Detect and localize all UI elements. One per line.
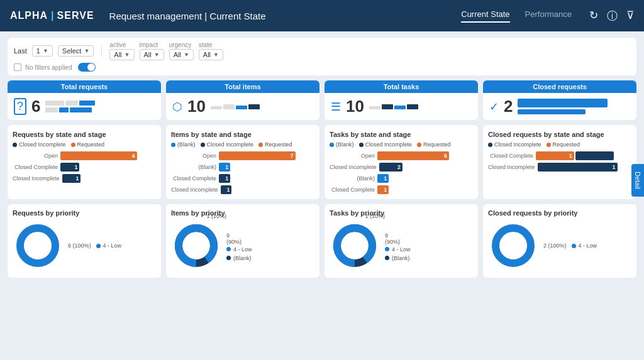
- filter-icon[interactable]: ⊽: [626, 9, 634, 23]
- kpi-total-items-body: ⬡ 10: [166, 93, 319, 120]
- requests-icon: ?: [14, 98, 26, 115]
- bar-open: Open 4: [13, 151, 156, 160]
- donut-tasks-svg: [330, 221, 380, 271]
- period-label: Last: [14, 47, 27, 55]
- svg-point-9: [502, 234, 525, 257]
- chart-requests-state-title: Requests by state and stage: [13, 130, 156, 139]
- chart-requests-state: Requests by state and stage Closed Incom…: [8, 125, 161, 199]
- donut-items-wrapper: 1 (10%): [171, 221, 221, 273]
- tasks-icon: ☰: [331, 100, 341, 114]
- filter-toggle[interactable]: [78, 63, 96, 72]
- logo-pipe: |: [51, 10, 53, 21]
- donut-closed-svg: [488, 221, 538, 271]
- bar-closed-complete-seg: 1: [60, 163, 79, 172]
- donut-tasks-legend-area: 9(90%) 4 - Low (Blank): [385, 232, 411, 261]
- chart-items-state: Items by state and stage (Blank) Closed …: [166, 125, 319, 199]
- donut-items-small-label: 1 (10%): [206, 213, 226, 219]
- chart-tasks-state-title: Tasks by state and stage: [330, 130, 473, 139]
- chart-items-state-title: Items by state and stage: [171, 130, 314, 139]
- donut-tasks-wrapper: 1 (10%): [330, 221, 380, 273]
- main-content: Last 1 ▼ Select ▼ active All▼ impact All…: [0, 31, 644, 284]
- kpi-total-items-value: 10: [187, 97, 206, 116]
- filter-second-row: No filters applied: [14, 63, 630, 72]
- donut-tasks-legend: 4 - Low (Blank): [385, 246, 411, 261]
- header: ALPHA | SERVE Request management | Curre…: [0, 0, 644, 31]
- bar-closed-complete: Closed Complete 1: [13, 163, 156, 172]
- donut-items-outer-label: 9(90%): [226, 232, 252, 245]
- kpi-total-requests: Total requests ? 6: [8, 80, 161, 120]
- legend-requested: Requested: [71, 141, 105, 148]
- bar-charts-row: Requests by state and stage Closed Incom…: [8, 125, 636, 199]
- priority-tasks: Tasks by priority 1 (10%) 9(90%) 4 - Low…: [325, 204, 478, 278]
- kpi-total-tasks: Total tasks ☰ 10: [325, 80, 478, 120]
- impact-dropdown[interactable]: All▼: [140, 49, 164, 60]
- bar-chart-closed-requests: Closed Complete 1 Closed Incomplete 1: [488, 151, 631, 172]
- period-type-select[interactable]: Select ▼: [58, 45, 94, 57]
- period-select[interactable]: 1 ▼: [32, 45, 53, 57]
- logo-serve: SERVE: [57, 10, 94, 21]
- donut-requests-container: 6 (100%) 4 - Low: [13, 221, 156, 271]
- filter-top-row: Last 1 ▼ Select ▼ active All▼ impact All…: [14, 41, 630, 60]
- logo: ALPHA | SERVE: [10, 10, 94, 21]
- priority-row: Requests by priority 6 (100%) 4 - Low It…: [8, 204, 636, 278]
- kpi-total-requests-value: 6: [31, 97, 40, 116]
- legend-closed-incomplete: Closed Incomplete: [13, 141, 66, 148]
- kpi-row: Total requests ? 6: [8, 80, 636, 120]
- refresh-icon[interactable]: ↻: [589, 9, 598, 23]
- priority-requests: Requests by priority 6 (100%) 4 - Low: [8, 204, 161, 278]
- detail-tab[interactable]: Detail: [631, 163, 644, 196]
- donut-tasks-container: 1 (10%) 9(90%) 4 - Low (Blank): [330, 221, 473, 273]
- bar-closed-incomplete-seg: 1: [62, 174, 81, 183]
- svg-point-7: [343, 234, 366, 257]
- priority-items-title: Items by priority: [171, 209, 314, 217]
- nav-current-state[interactable]: Current State: [461, 9, 509, 23]
- donut-closed-container: 2 (100%) 4 - Low: [488, 221, 631, 271]
- donut-tasks-outer-label: 9(90%): [385, 232, 411, 245]
- chart-requests-state-legend: Closed Incomplete Requested: [13, 141, 156, 148]
- bar-closed-incomplete: Closed Incomplete 1: [13, 174, 156, 183]
- no-filters-checkbox[interactable]: [14, 63, 21, 71]
- kpi-total-tasks-value: 10: [346, 97, 364, 116]
- kpi-total-items: Total items ⬡ 10: [166, 80, 319, 120]
- donut-requests-legend: 4 - Low: [96, 243, 122, 249]
- donut-items-legend-area: 9(90%) 4 - Low (Blank): [226, 232, 252, 261]
- donut-closed-outer-label: 2 (100%): [543, 243, 567, 249]
- chart-closed-requests-state-legend: Closed Incomplete Requested: [488, 141, 631, 148]
- bar-open-seg: 4: [60, 151, 137, 160]
- header-title: Request management | Current State: [109, 11, 266, 21]
- closed-icon: ✓: [489, 100, 499, 114]
- active-dropdown[interactable]: All▼: [109, 49, 134, 60]
- chart-closed-requests-state-title: Closed requests by state and stage: [488, 130, 631, 139]
- donut-items-svg: [171, 221, 221, 271]
- kpi-closed-requests: Closed requests ✓ 2: [483, 80, 636, 120]
- info-icon[interactable]: ⓘ: [607, 9, 618, 23]
- bar-chart-requests: Open 4 Closed Complete 1 Closed Incomple…: [13, 151, 156, 183]
- kpi-closed-requests-label: Closed requests: [483, 80, 636, 93]
- chart-closed-requests-state: Closed requests by state and stage Close…: [483, 125, 636, 199]
- priority-closed-requests-title: Closed requests by priority: [488, 209, 631, 217]
- logo-alpha: ALPHA: [10, 10, 48, 21]
- chart-tasks-state: Tasks by state and stage (Blank) Closed …: [325, 125, 478, 199]
- kpi-total-tasks-body: ☰ 10: [325, 93, 478, 120]
- donut-closed-legend: 4 - Low: [572, 243, 597, 249]
- urgency-dropdown[interactable]: All▼: [169, 49, 194, 60]
- header-icons: ↻ ⓘ ⊽: [589, 9, 634, 23]
- svg-point-4: [185, 234, 208, 257]
- urgency-dropdown-group: urgency All▼: [169, 41, 194, 60]
- svg-point-1: [26, 234, 49, 257]
- nav-performance[interactable]: Performance: [525, 9, 572, 23]
- top-filters: Last 1 ▼ Select ▼ active All▼ impact All…: [8, 38, 636, 75]
- bar-chart-items: Open 7 (Blank) 1 Closed Complete 1: [171, 151, 314, 194]
- kpi-closed-requests-value: 2: [504, 97, 513, 116]
- state-dropdown[interactable]: All▼: [199, 49, 223, 60]
- bar-chart-tasks: Open 6 Closed Incomplete 2 (Blank) 1: [330, 151, 473, 194]
- priority-tasks-title: Tasks by priority: [330, 209, 473, 217]
- donut-requests-svg: [13, 221, 63, 271]
- chart-tasks-state-legend: (Blank) Closed Incomplete Requested: [330, 141, 473, 148]
- bar-closed-complete-label: Closed Complete: [13, 164, 58, 170]
- chart-items-state-legend: (Blank) Closed Incomplete Requested: [171, 141, 314, 148]
- kpi-total-tasks-label: Total tasks: [325, 80, 478, 93]
- priority-requests-title: Requests by priority: [13, 209, 156, 217]
- kpi-total-requests-body: ? 6: [8, 93, 161, 120]
- donut-tasks-small-label: 1 (10%): [365, 213, 385, 219]
